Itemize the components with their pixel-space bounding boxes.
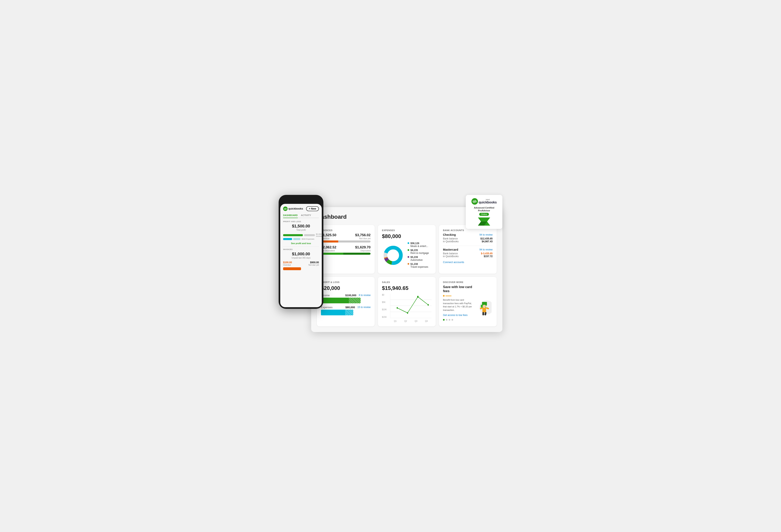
phone-expenses-bar	[283, 238, 292, 240]
phone-pl-sub: Total profit	[283, 229, 319, 231]
y-label-0: $0	[382, 294, 389, 296]
checking-section: Checking 94 to review Bank balance $12,4…	[443, 233, 493, 243]
mastercard-qb: $157.72	[484, 255, 493, 258]
phone-tabs: DASHBOARD ACTIVITY	[283, 214, 319, 218]
phone-brand: quickbooks	[288, 207, 303, 210]
expenses-label: EXPENSES	[382, 229, 431, 232]
checking-name: Checking	[443, 233, 456, 236]
bank-divider	[443, 246, 493, 246]
phone-expenses-bar-light	[293, 238, 300, 240]
phone-notdue-label: Not due yet	[309, 264, 319, 266]
svg-point-12	[407, 312, 408, 314]
svg-point-7	[387, 250, 399, 261]
bank-accounts-card: BANK ACCOUNTS Checking 94 to review Bank…	[439, 225, 497, 274]
chart-y-labels: $15K $10K $5K $0	[382, 294, 389, 318]
expenses-donut	[382, 244, 404, 267]
checking-balance: $12,435.65	[481, 237, 493, 240]
mastercard-review[interactable]: 94 to review	[479, 248, 493, 251]
notdue-label: Not due yet	[355, 237, 371, 240]
phone-invoice-labels: Overdue Not due yet	[283, 264, 319, 266]
x-q3: Q3	[415, 320, 417, 322]
checking-qb: $4,987.43	[482, 240, 493, 243]
y-label-5k: $5K	[382, 301, 389, 303]
sales-label: SALES	[382, 281, 431, 283]
svg-point-14	[427, 304, 429, 305]
discover-desc: Benefit from low card transaction fees w…	[443, 298, 474, 312]
phone-notdue-amount: $900.00	[310, 261, 319, 264]
carousel-dot-1[interactable]	[443, 319, 445, 321]
pl-expenses-row: Expenses $80,000 15 to review	[321, 306, 371, 309]
mobile-phone: qb quickbooks + New DASHBOARD ACTIVITY P…	[279, 195, 323, 309]
checking-balance-row: Bank balance $12,435.65	[443, 237, 493, 240]
discover-image	[476, 285, 493, 317]
mastercard-section: Mastercard 94 to review Bank balance $-3…	[443, 248, 493, 258]
yellow-line	[445, 296, 452, 296]
phone-screen: qb quickbooks + New DASHBOARD ACTIVITY P…	[280, 204, 322, 307]
svg-rect-22	[483, 312, 484, 315]
pl-expenses-label: Expenses	[321, 306, 333, 309]
phone-overdue-label: Overdue	[283, 264, 291, 266]
mastercard-name: Mastercard	[443, 248, 458, 251]
phone-pl-amount: $1,500.00	[283, 224, 319, 229]
phone-income-bar-row: $2,000.00 Income	[283, 233, 319, 237]
connect-accounts-link[interactable]: Connect accounts	[443, 260, 493, 264]
notdue-amount: $3,756.02	[355, 233, 371, 237]
legend-rent: $8,235Rent & mortgage	[408, 249, 431, 254]
chart-x-labels: Q1 Q2 Q3 Q4	[390, 320, 431, 322]
discover-link[interactable]: Get access to low fees	[443, 314, 474, 317]
phone-invoices-label: INVOICES	[283, 248, 319, 250]
online-badge: Online	[479, 213, 489, 216]
x-q1: Q1	[394, 320, 397, 322]
mastercard-header: Mastercard 94 to review	[443, 248, 493, 251]
discover-text: Save with low card fees Benefit from low…	[443, 285, 474, 317]
discover-content: Save with low card fees Benefit from low…	[443, 285, 493, 317]
phone-overdue-amount: $100.00	[283, 261, 292, 264]
new-button[interactable]: + New	[306, 206, 319, 211]
checking-review[interactable]: 94 to review	[479, 233, 493, 236]
chevron-icon	[478, 217, 490, 226]
x-q2: Q2	[404, 320, 407, 322]
tab-dashboard[interactable]: DASHBOARD	[283, 214, 298, 218]
svg-point-13	[417, 296, 419, 298]
tab-activity[interactable]: ACTIVITY	[301, 214, 311, 218]
deposited-label: Deposited	[355, 249, 371, 252]
legend-dot-rent	[408, 249, 409, 251]
see-profit-loss-link[interactable]: See profit and loss	[283, 242, 319, 245]
deposited-amount: $1,629.70	[355, 245, 371, 249]
pl-label: PROFIT & LOSS	[321, 281, 371, 283]
proadvisor-logo: qb intuit quickbooks	[469, 198, 499, 205]
mastercard-balance: $-3,435.65	[481, 252, 493, 255]
legend-auto: $5,239Automotive	[408, 256, 431, 261]
pl-expenses-review[interactable]: 15 to review	[357, 306, 371, 309]
phone-expenses-label: $500 Expenses	[302, 238, 314, 240]
legend-travel: $1,238Travel expenses	[408, 263, 431, 268]
expenses-legend: $58,126Meals & entert... $8,235Rent & mo…	[408, 242, 431, 270]
notdue-bar	[338, 241, 371, 243]
pl-income-bar	[321, 298, 361, 303]
mastercard-balance-row: Bank balance $-3,435.65	[443, 252, 493, 255]
carousel-dot-4[interactable]	[452, 319, 453, 321]
phone-pl-label: PROFIT AND LOSS	[283, 220, 319, 222]
svg-point-19	[483, 305, 486, 308]
yellow-dot	[443, 295, 445, 297]
phone-header: qb quickbooks + New	[283, 206, 319, 211]
scene: qb intuit quickbooks Advanced Certified …	[279, 195, 502, 337]
phone-qb-logo: qb quickbooks	[283, 206, 303, 211]
phone-income-bar	[283, 234, 303, 236]
cert-text: Advanced Certified ProAdvisor	[469, 206, 499, 212]
bank-accounts-label: BANK ACCOUNTS	[443, 229, 493, 232]
carousel-dot-3[interactable]	[449, 319, 450, 321]
proadvisor-badge: qb intuit quickbooks Advanced Certified …	[466, 195, 502, 229]
qb-icon: qb	[471, 198, 478, 205]
chart-area	[390, 294, 431, 318]
profit-loss-card: PROFIT & LOSS $20,000 Income $100,000 8 …	[317, 277, 375, 326]
phone-invoice-row: $100.00 $900.00	[283, 261, 319, 264]
pl-income-review[interactable]: 8 to review	[359, 294, 371, 297]
phone-income-label: $2,000.00 Income	[316, 233, 322, 237]
sales-chart: $15K $10K $5K $0	[382, 294, 431, 322]
person-illustration	[476, 298, 492, 317]
legend-dot-meals	[408, 242, 409, 244]
discover-card: DISCOVER MORE Save with low card fees Be…	[439, 277, 497, 326]
expenses-card: EXPENSES $80,000	[378, 225, 436, 274]
carousel-dot-2[interactable]	[446, 319, 447, 321]
